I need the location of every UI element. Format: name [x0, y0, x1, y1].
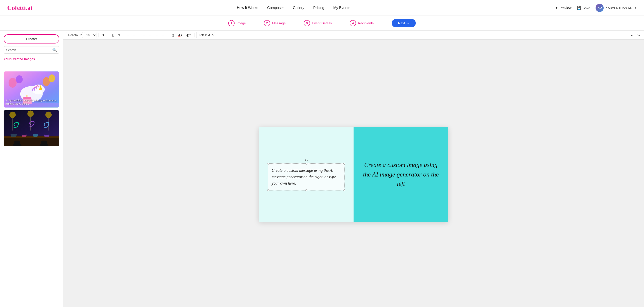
main-layout: Create! 🔍 Your Created Images +	[0, 31, 644, 307]
toolbar-divider-1	[98, 33, 98, 38]
step-message[interactable]: 2 Message	[264, 20, 286, 26]
canvas-right-panel: Create a custom image using the AI image…	[354, 127, 448, 222]
align-right-button[interactable]: ☰	[154, 32, 160, 38]
svg-point-14	[28, 110, 34, 117]
next-button[interactable]: Next →	[392, 19, 416, 27]
toolbar-divider-5	[194, 33, 194, 38]
bold-button[interactable]: B	[100, 32, 105, 38]
canvas: ↻ Create a custom message using the AI m…	[259, 127, 448, 222]
font-size-select[interactable]: 16	[84, 32, 96, 38]
create-button[interactable]: Create!	[4, 34, 59, 44]
justify-button[interactable]: ☰	[161, 32, 166, 38]
corner-bm[interactable]	[305, 189, 307, 191]
align-center-button[interactable]: ☰	[148, 32, 153, 38]
svg-point-4	[49, 74, 55, 82]
image-card-dragon[interactable]	[4, 110, 59, 146]
step-event-badge: 3	[304, 20, 310, 26]
undo-button[interactable]: ↩	[630, 32, 635, 38]
avatar: KD	[596, 4, 604, 12]
step-image[interactable]: 1 Image	[228, 20, 246, 26]
text-color-button[interactable]: A ▼	[177, 32, 184, 38]
italic-button[interactable]: I	[106, 32, 110, 38]
ordered-list-button[interactable]: ☰	[125, 32, 131, 38]
corner-tm[interactable]	[305, 163, 307, 164]
toolbar: Roboto 16 B I U S ☰ ☰ ☰ ☰ ☰ ☰ ▦ A ▼	[63, 31, 644, 40]
corner-br[interactable]	[344, 189, 345, 191]
align-left-button[interactable]: ☰	[141, 32, 147, 38]
toolbar-divider-3	[139, 33, 139, 38]
highlight-icon: ◐	[186, 33, 189, 37]
color-chevron-icon: ▼	[180, 34, 183, 36]
step-recipients-label: Recipients	[358, 21, 374, 25]
table-button[interactable]: ▦	[170, 32, 176, 38]
rotate-handle[interactable]: ↻	[268, 158, 344, 162]
step-message-badge: 2	[264, 20, 270, 26]
svg-rect-19	[4, 137, 59, 146]
corner-tl[interactable]	[267, 163, 269, 164]
svg-point-13	[10, 112, 16, 118]
undo-redo-group: ↩ ↪	[630, 32, 641, 38]
step-image-badge: 1	[228, 20, 234, 26]
sidebar: Create! 🔍 Your Created Images +	[0, 31, 63, 307]
header-actions: 👁 Preview 💾 Save KD KARVENTHAN KD ▼	[555, 4, 637, 12]
text-direction-select[interactable]: Left Text	[196, 32, 215, 38]
steps-bar: 1 Image 2 Message 3 Event Details 4 Reci…	[0, 16, 644, 31]
search-input[interactable]	[6, 48, 50, 52]
nav-pricing[interactable]: Pricing	[313, 6, 324, 10]
main-nav: How It Works Composer Gallery Pricing My…	[237, 6, 350, 10]
toolbar-divider-4	[168, 33, 168, 38]
strikethrough-button[interactable]: S	[116, 32, 121, 38]
svg-point-15	[45, 112, 52, 118]
add-image-button[interactable]: +	[4, 64, 59, 69]
created-images-title: Your Created Images	[4, 57, 59, 61]
nav-composer[interactable]: Composer	[267, 6, 284, 10]
svg-point-1	[8, 78, 17, 88]
unordered-list-button[interactable]: ☰	[132, 32, 137, 38]
message-text-box[interactable]: Create a custom message using the AI mes…	[268, 164, 344, 190]
save-icon: 💾	[577, 6, 581, 10]
step-recipients[interactable]: 4 Recipients	[350, 20, 374, 26]
save-button[interactable]: 💾 Save	[577, 6, 590, 10]
text-box-container: ↻ Create a custom message using the AI m…	[268, 158, 344, 190]
highlight-chevron-icon: ▼	[189, 34, 191, 36]
svg-rect-23	[14, 141, 20, 146]
user-info[interactable]: KD KARVENTHAN KD ▼	[596, 4, 637, 12]
canvas-container: ↻ Create a custom message using the AI m…	[63, 40, 644, 307]
font-family-select[interactable]: Roboto	[66, 32, 83, 38]
dragon-thumbnail	[4, 110, 59, 146]
step-event-details[interactable]: 3 Event Details	[304, 20, 332, 26]
canvas-right-text: Create a custom image using the AI image…	[360, 160, 442, 189]
preview-button[interactable]: 👁 Preview	[555, 6, 572, 10]
chevron-down-icon: ▼	[634, 6, 637, 10]
editor-area: Roboto 16 B I U S ☰ ☰ ☰ ☰ ☰ ☰ ▦ A ▼	[63, 31, 644, 307]
step-recipients-badge: 4	[350, 20, 356, 26]
step-image-label: Image	[236, 21, 246, 25]
underline-button[interactable]: U	[111, 32, 116, 38]
logo[interactable]: Cofetti.ai	[7, 4, 32, 12]
nav-gallery[interactable]: Gallery	[293, 6, 304, 10]
eye-icon: 👁	[555, 6, 558, 10]
step-message-label: Message	[272, 21, 286, 25]
image-caption-unicorn: A high definition image of a happy unico…	[6, 99, 59, 105]
header: Cofetti.ai How It Works Composer Gallery…	[0, 0, 644, 16]
corner-tr[interactable]	[344, 163, 345, 164]
text-color-icon: A	[178, 33, 180, 37]
svg-point-2	[16, 75, 23, 84]
svg-rect-24	[41, 141, 47, 146]
canvas-left-panel[interactable]: ↻ Create a custom message using the AI m…	[259, 127, 354, 222]
highlight-button[interactable]: ◐ ▼	[185, 32, 193, 38]
redo-button[interactable]: ↪	[636, 32, 641, 38]
nav-my-events[interactable]: My Events	[333, 6, 350, 10]
search-icon: 🔍	[52, 48, 57, 52]
step-event-label: Event Details	[312, 21, 332, 25]
search-box[interactable]: 🔍	[4, 46, 59, 54]
svg-rect-10	[26, 95, 28, 97]
corner-bl[interactable]	[267, 189, 269, 191]
image-card-unicorn[interactable]: A high definition image of a happy unico…	[4, 72, 59, 108]
dragon-svg	[4, 110, 59, 146]
nav-how-it-works[interactable]: How It Works	[237, 6, 258, 10]
toolbar-divider-2	[123, 33, 123, 38]
user-name: KARVENTHAN KD	[606, 6, 632, 10]
